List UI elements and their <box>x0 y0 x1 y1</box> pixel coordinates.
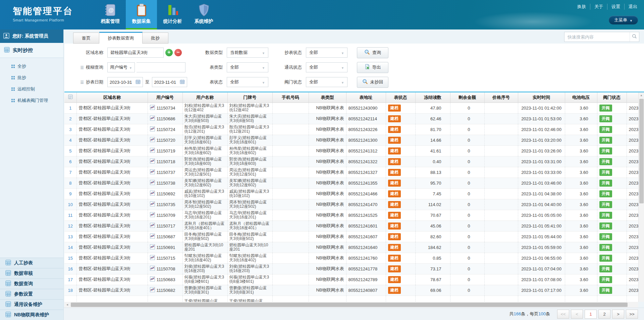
horizontal-scroll-thumb[interactable] <box>71 303 628 307</box>
horizontal-scrollbar[interactable] <box>64 302 638 308</box>
quick-link-退出[interactable]: 退出 <box>625 4 639 10</box>
query-button[interactable]: 查询 <box>357 47 388 58</box>
table-body: 1曾都区-碧桂园翠山蓝天3街11150734刘权(碧桂园翠山蓝天3街12座402… <box>64 103 638 302</box>
table-icon <box>5 280 11 287</box>
page-button-1[interactable]: 1 <box>585 310 597 319</box>
meter-status-badge: 建档 <box>388 222 401 230</box>
sidebar-item-远程控制[interactable]: 远程控制 <box>0 83 63 95</box>
sidebar-item-数据审核[interactable]: 数据审核 <box>0 268 63 278</box>
data-type-select[interactable]: 当前数据 <box>227 48 268 58</box>
column-header-用户编号[interactable]: 用户编号 <box>148 92 182 103</box>
table-row[interactable]: 8曾都区-碧桂园翠山蓝天3街11150738吴军娜(碧桂园翠山蓝天3街12座60… <box>64 178 638 188</box>
table-row[interactable]: 15曾都区-碧桂园翠山蓝天3街11150715邹耀东(碧桂园翠山蓝天3街16座4… <box>64 253 638 263</box>
nav-item-统计分析[interactable]: 统计分析 <box>157 0 188 29</box>
unread-button[interactable]: 未抄回 <box>357 77 388 88</box>
tab-抄表数据查询[interactable]: 抄表数据查询 <box>99 32 143 44</box>
column-header-用户名称[interactable]: 用户名称 <box>182 92 227 103</box>
sidebar-item-数据查询[interactable]: 数据查询 <box>0 278 63 289</box>
column-header-剩余金额[interactable]: 剩余金额 <box>450 92 484 103</box>
area-cell <box>76 296 148 302</box>
date-from-value: 2023-10-31 <box>110 80 132 85</box>
date-to-input[interactable]: 2023-11-01 <box>152 77 187 87</box>
meter-status-badge: 建档 <box>388 244 401 251</box>
sidebar-item-NB物联网表维护[interactable]: NB物联网表维护 <box>0 310 63 320</box>
valve-status-select[interactable]: 全部 <box>306 77 347 87</box>
date-from-input[interactable]: 2023-10-31 <box>107 77 143 87</box>
realtime-cell: 2023-11-01 05:44:00 <box>518 231 565 242</box>
nav-item-数据采集[interactable]: 数据采集 <box>126 0 157 29</box>
sidebar-item-通用设备维护[interactable]: 通用设备维护 <box>0 299 63 310</box>
vertical-scroll-thumb[interactable] <box>639 99 644 203</box>
table-row[interactable]: 王俊(碧桂园翠山蓝王俊(碧桂园翠山蓝 <box>64 296 638 302</box>
table-row[interactable]: 18曾都区-碧桂园翠山蓝天3街11150682曾鹏傲(碧桂园翠山蓝天3街8座30… <box>64 285 638 296</box>
table-row[interactable]: 5曾都区-碧桂园翠山蓝天3街11150719柏伟星(碧桂园翠山蓝天3街16座60… <box>64 145 638 156</box>
table-row[interactable]: 1曾都区-碧桂园翠山蓝天3街11150734刘权(碧桂园翠山蓝天3街12座402… <box>64 103 638 113</box>
nav-item-系统维护[interactable]: 系统维护 <box>188 0 219 29</box>
column-header-价格序号[interactable]: 价格序号 <box>484 92 518 103</box>
meter-status-select[interactable]: 全部 <box>227 77 268 87</box>
column-header-手机号码[interactable]: 手机号码 <box>272 92 309 103</box>
column-header-抄[interactable]: 抄 <box>627 92 638 103</box>
sidebar-item-人工抄表[interactable]: 人工抄表 <box>0 258 63 268</box>
area-name-input[interactable] <box>107 48 164 58</box>
table-row[interactable]: 4曾都区-碧桂园翠山蓝天3街11150720彭学义(碧桂园翠山蓝天3街16座60… <box>64 135 638 145</box>
quick-search-input[interactable] <box>565 35 630 40</box>
user-no-cell: 11150718 <box>148 156 182 167</box>
page-button->[interactable]: > <box>612 310 624 319</box>
sidebar-item-全抄[interactable]: 全抄 <box>0 61 63 72</box>
table-row[interactable]: 10曾都区-碧桂园翠山蓝天3街11150735周本智(碧桂园翠山蓝天3街12座5… <box>64 199 638 210</box>
area-cell: 曾都区-碧桂园翠山蓝天3街 <box>76 145 148 156</box>
sidebar-item-机械表阀门管理[interactable]: 机械表阀门管理 <box>0 95 63 106</box>
frozen-reading-cell: 45.06 <box>415 220 450 231</box>
column-header-select[interactable] <box>64 92 76 103</box>
table-row[interactable]: 3曾都区-碧桂园翠山蓝天3街11150724殷浩(碧桂园翠山蓝天3街12座201… <box>64 124 638 135</box>
scroll-left-icon[interactable] <box>64 302 70 308</box>
table-row[interactable]: 7曾都区-碧桂园翠山蓝天3街11150737周运忠(碧桂园翠山蓝天3街12座50… <box>64 167 638 178</box>
add-area-button[interactable] <box>165 49 173 56</box>
column-header-冻结读数[interactable]: 冻结读数 <box>415 92 450 103</box>
door-no-cell: 周本智(碧桂园翠山蓝天3街12座502) <box>227 199 272 210</box>
table-row[interactable]: 9曾都区-碧桂园翠山蓝天3街11150692戚岚(碧桂园翠山蓝天3街10座102… <box>64 188 638 199</box>
table-row[interactable]: 11曾都区-碧桂园翠山蓝天3街11150709马志华(碧桂园翠山蓝天3街16座2… <box>64 210 638 220</box>
tab-首页[interactable]: 首页 <box>73 33 99 44</box>
table-row[interactable]: 12曾都区-碧桂园翠山蓝天3街11150717孟秋月（碧桂园翠山蓝天3街16座4… <box>64 220 638 231</box>
sidebar-item-label: 远程控制 <box>17 86 35 92</box>
page-button-2[interactable]: 2 <box>598 310 610 319</box>
quick-link-换肤[interactable]: 换肤 <box>573 4 590 10</box>
table-row[interactable]: 16曾都区-碧桂园翠山蓝天3街11150708刘俊(碧桂园翠山蓝天3街16座20… <box>64 263 638 274</box>
column-header-门牌号[interactable]: 门牌号 <box>227 92 272 103</box>
table-row[interactable]: 6曾都区-碧桂园翠山蓝天3街11150718郭世强(碧桂园翠山蓝天3街16座60… <box>64 156 638 167</box>
tab-批抄[interactable]: 批抄 <box>143 33 168 44</box>
scroll-up-icon[interactable] <box>639 92 644 98</box>
fuzzy-field-select[interactable]: 用户编号 <box>107 62 135 72</box>
search-button[interactable] <box>630 32 639 42</box>
user-no-cell: 11150734 <box>148 103 182 113</box>
read-status-select[interactable]: 全部 <box>306 48 347 58</box>
main-menu-button[interactable]: 主菜单 <box>609 16 638 24</box>
column-header-表类型[interactable]: 表类型 <box>309 92 346 103</box>
sidebar-item-批抄[interactable]: 批抄 <box>0 72 63 83</box>
table-row[interactable]: 13曾都区-碧桂园翠山蓝天3街11150687田冬梅(碧桂园翠山蓝天3街8座50… <box>64 231 638 242</box>
table-row[interactable]: 17曾都区-碧桂园翠山蓝天3街11150683何薇(碧桂园翠山蓝天3街8座3楼6… <box>64 274 638 285</box>
column-header-区域名称[interactable]: 区域名称 <box>76 92 148 103</box>
export-button[interactable]: 导出 <box>357 62 388 73</box>
quick-link-关于[interactable]: 关于 <box>590 4 607 10</box>
column-header-表地址[interactable]: 表地址 <box>346 92 386 103</box>
comm-status-select[interactable]: 全部 <box>306 62 347 72</box>
column-header-阀门状态[interactable]: 阀门状态 <box>597 92 627 103</box>
column-header-实时时间[interactable]: 实时时间 <box>518 92 565 103</box>
table-row[interactable]: 2曾都区-碧桂园翠山蓝天3街11150686朱大庆(碧桂园翠山蓝天3街8座503… <box>64 113 638 124</box>
nav-item-档案管理[interactable]: @档案管理 <box>95 0 126 29</box>
fuzzy-query-input[interactable] <box>137 62 185 72</box>
sidebar-item-参数设置[interactable]: 参数设置 <box>0 289 63 299</box>
vertical-scrollbar[interactable] <box>638 92 644 302</box>
column-header-电池电压[interactable]: 电池电压 <box>565 92 597 103</box>
user-name-cell: 孟秋月（碧桂园翠山蓝天3街16座401） <box>182 220 227 231</box>
page-button->>[interactable]: >> <box>626 310 638 319</box>
sidebar-section-realtime[interactable]: 实时抄控 <box>0 43 63 58</box>
meter-type-select[interactable]: 全部 <box>227 62 268 72</box>
quick-link-设置[interactable]: 设置 <box>607 4 625 10</box>
column-header-表状态[interactable]: 表状态 <box>386 92 415 103</box>
remove-area-button[interactable] <box>174 49 182 56</box>
table-row[interactable]: 14曾都区-碧桂园翠山蓝天3街11150691碧桂园翠山蓝天3街10座201碧桂… <box>64 242 638 253</box>
